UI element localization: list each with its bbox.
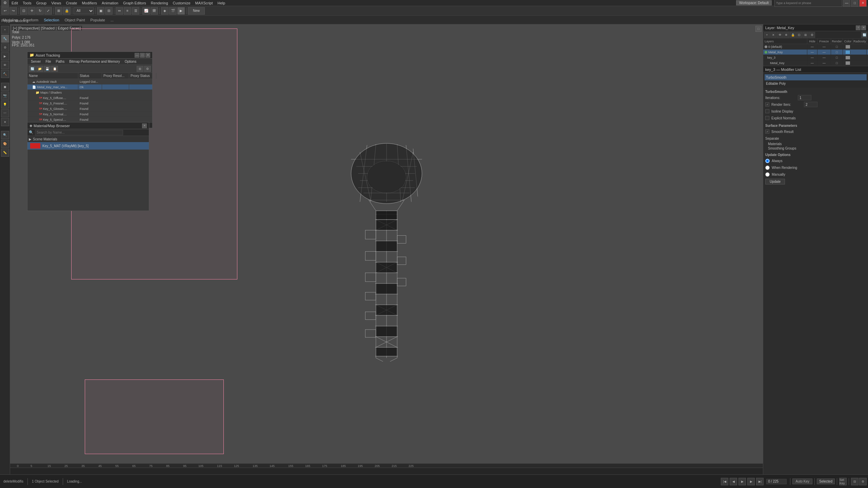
mb-close-btn[interactable]: ✕ — [142, 123, 147, 128]
always-radio[interactable] — [765, 159, 770, 163]
mat-search-input[interactable] — [35, 130, 123, 135]
mat-section-header[interactable]: ▶ Scene Materials — [27, 136, 149, 142]
at-row-glossin[interactable]: 🗺 Key_5_Glossin.... Found — [27, 106, 152, 112]
at-menu-bitmap[interactable]: Bitmap Performance and Memory — [67, 59, 122, 64]
modify-tool[interactable]: 🔧 — [1, 35, 9, 43]
filter-dropdown[interactable]: All — [74, 7, 94, 14]
minimize-app-btn[interactable]: — — [843, 0, 850, 7]
layer-render-default[interactable]: □ — [831, 44, 843, 49]
schematic-btn[interactable]: 🕸 — [151, 7, 158, 15]
at-close-btn[interactable]: ✕ — [145, 53, 150, 58]
toolbar2-selection[interactable]: Selection — [42, 17, 60, 23]
render-btn[interactable]: ▶ — [177, 7, 185, 15]
close-app-btn[interactable]: ✕ — [859, 0, 867, 7]
viewport-shading[interactable]: ◼ — [1, 83, 9, 91]
layer-freeze-key3[interactable]: — — [817, 55, 831, 60]
at-menu-server[interactable]: Server — [29, 59, 43, 64]
go-to-start-btn[interactable]: |◀ — [721, 478, 728, 485]
layer-hide-metalkey[interactable]: — — [807, 50, 817, 55]
display-tool[interactable]: 👁 — [1, 61, 9, 69]
at-btn-4[interactable]: 📋 — [51, 66, 58, 72]
layer-lock-btn[interactable]: 🔒 — [790, 32, 796, 38]
layer-color-key3[interactable] — [846, 56, 850, 59]
layer-color-metalkey2[interactable] — [846, 61, 850, 65]
align-btn[interactable]: ≡ — [124, 7, 131, 15]
at-row-fresnel[interactable]: 🗺 Key_5_Fresnel.... Found — [27, 101, 152, 106]
at-row-maps[interactable]: 📁 Maps / Shaders — [27, 90, 152, 95]
space-warp-tool[interactable]: 〰 — [1, 109, 9, 117]
layer-radiosity-default[interactable] — [853, 44, 867, 49]
layer-settings-btn[interactable]: ⚙ — [809, 32, 815, 38]
menu-modifiers[interactable]: Modifiers — [80, 0, 99, 6]
create-tool[interactable]: + — [1, 26, 9, 34]
render-setup-btn[interactable]: 🎬 — [169, 7, 177, 15]
at-btn-settings[interactable]: ⚙ — [144, 66, 151, 72]
play-btn[interactable]: ▶ — [738, 478, 746, 485]
at-menu-paths[interactable]: Paths — [54, 59, 67, 64]
frame-counter[interactable]: 0 / 225 — [766, 479, 787, 484]
toolbar2-object-paint[interactable]: Object Paint — [63, 17, 86, 23]
at-btn-1[interactable]: 🔄 — [29, 66, 36, 72]
timeline-end-btn[interactable]: ⊟ — [851, 478, 859, 485]
manually-radio[interactable] — [765, 172, 770, 177]
layer-render-metalkey2[interactable]: □ — [831, 60, 843, 65]
explicit-normals-checkbox[interactable] — [765, 116, 769, 120]
menu-create[interactable]: Create — [64, 0, 79, 6]
smoothing-groups-dropdown[interactable]: Smoothing Groups — [765, 147, 866, 150]
reference-btn[interactable]: ⊞ — [55, 7, 62, 15]
layer-sync-btn[interactable]: 🔄 — [861, 32, 867, 38]
workspace-label[interactable]: Workspace: Default — [736, 0, 772, 5]
layer-hide-default[interactable]: — — [807, 44, 817, 49]
undo-btn[interactable]: ↩ — [1, 7, 9, 15]
layer-freeze-default[interactable]: — — [817, 44, 831, 49]
timeline-options-btn[interactable]: ⚙ — [859, 478, 867, 485]
at-row-metalkey[interactable]: 📄 Metal_Key_mac_vra... Ok — [27, 84, 152, 90]
at-menu-options[interactable]: Options — [123, 59, 138, 64]
layer-hide-key3[interactable]: — — [807, 55, 817, 60]
at-row-vault[interactable]: ☁ Autodesk Vault Logged Out... — [27, 79, 152, 84]
layer-radiosity-metalkey2[interactable] — [853, 60, 867, 65]
layer-row-metalkey2[interactable]: Metal_Key — — □ — [763, 60, 868, 66]
iterations-value[interactable]: 1 — [798, 95, 811, 100]
at-row-specul[interactable]: 🗺 Key_5_Specul.... Found — [27, 117, 152, 122]
render-iters-value[interactable]: 2 — [804, 102, 817, 107]
layer-freeze-metalkey[interactable]: — — [817, 50, 831, 55]
layer-render-metalkey[interactable]: □ — [831, 50, 843, 55]
menu-rendering[interactable]: Rendering — [149, 0, 170, 6]
at-btn-2[interactable]: 📁 — [36, 66, 43, 72]
at-row-diffuse[interactable]: 🗺 Key_5_Diffuse.... Found — [27, 95, 152, 101]
update-btn[interactable]: Update — [765, 179, 785, 184]
when-rendering-radio[interactable] — [765, 165, 770, 170]
auto-key-btn[interactable]: Auto Key — [792, 479, 812, 484]
curve-editor-btn[interactable]: 📈 — [142, 7, 150, 15]
layer-row-metalkey[interactable]: Metal_Key — — □ — [763, 50, 868, 55]
layer-delete-btn[interactable]: ✕ — [770, 32, 776, 38]
utilities-tool[interactable]: 🔨 — [1, 70, 9, 78]
layer-sel-btn[interactable]: ⊡ — [796, 32, 802, 38]
at-btn-3[interactable]: 💾 — [44, 66, 51, 72]
mirror-btn[interactable]: ⇔ — [116, 7, 123, 15]
layer-freeze-btn[interactable]: ❄ — [783, 32, 789, 38]
redo-btn[interactable]: ↪ — [9, 7, 17, 15]
search-input-btn[interactable]: Type a keyword or phrase — [774, 0, 842, 7]
layer-radiosity-key3[interactable] — [853, 55, 867, 60]
at-minimize-btn[interactable]: — — [135, 53, 139, 58]
mod-turbsmooth[interactable]: TurboSmooth — [765, 74, 867, 80]
layer-close-btn[interactable]: ✕ — [861, 25, 866, 30]
layer-hide-metalkey2[interactable]: — — [807, 60, 817, 65]
rotate-btn[interactable]: ↻ — [36, 7, 44, 15]
layer-color-default[interactable] — [846, 45, 850, 48]
mat-item-key5[interactable]: Key_5_MAT (VRayMtl) [key_5] — [27, 142, 149, 150]
layer-render-key3[interactable]: □ — [831, 55, 843, 60]
materials-dropdown[interactable]: Materials — [765, 142, 866, 146]
viewport-corner-btn[interactable]: □ — [755, 26, 762, 32]
menu-tools[interactable]: Tools — [21, 0, 34, 6]
toolbar2-more[interactable]: ... — [109, 17, 115, 23]
paint-tool[interactable]: 🎨 — [1, 140, 9, 148]
at-row-normal[interactable]: 🗺 Key_5_Normal.... Found — [27, 112, 152, 117]
selection-filter[interactable]: 🔍 — [1, 131, 9, 139]
isoline-checkbox[interactable] — [765, 109, 769, 113]
timeline-track[interactable] — [10, 468, 763, 474]
menu-group[interactable]: Group — [34, 0, 49, 6]
new-btn[interactable]: New — [188, 7, 205, 15]
